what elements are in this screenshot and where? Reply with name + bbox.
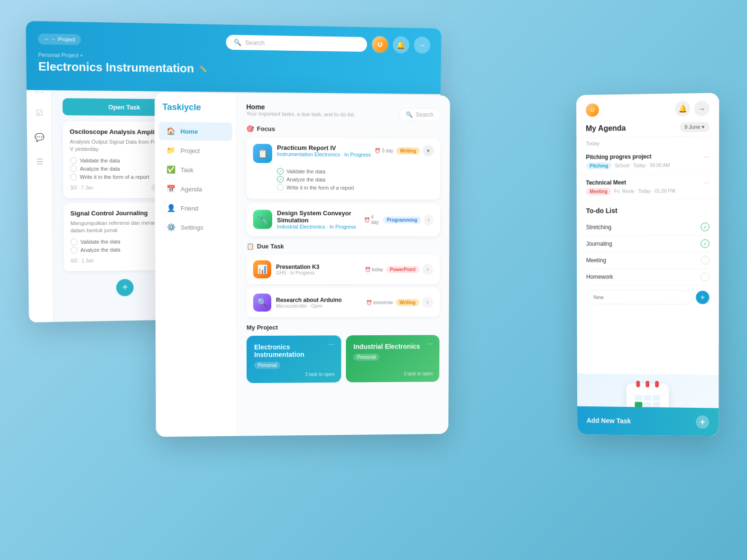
todo-item-meeting: Meeting [586,252,710,269]
sidebar-icon-chat[interactable]: 💬 [31,129,47,145]
agenda-time2: Fri. Rexle · Today · 01.00 PM [614,188,675,194]
todo-checkbox[interactable]: ✓ [701,239,709,248]
avatar-icon[interactable]: U [371,36,388,53]
nav-item-friend[interactable]: 👤 Friend [159,199,232,218]
edit-title-icon[interactable]: ✏️ [199,65,207,73]
check-empty [277,184,284,191]
todo-title: To-do List [586,206,710,214]
card-dots-icon[interactable]: ··· [328,340,334,349]
sidebar-icon-settings[interactable]: ☰ [31,154,47,169]
search-icon: 🔍 [406,111,413,118]
todo-checkbox[interactable] [701,273,709,281]
todo-add-input[interactable] [586,290,692,305]
cal-ring [646,381,649,387]
nav-settings-label: Settings [181,224,203,231]
card-meta: 3/3 · 7 Jan [70,185,93,190]
cal-cell [644,395,651,401]
check-text: Validate the data [80,239,120,245]
date-badge[interactable]: 9 June ▾ [680,122,710,132]
focus-card-practicum: 📋 Practicum Report IV Instrumentation El… [246,137,440,200]
todo-item-homework: Homework [586,269,710,285]
notification-icon[interactable]: 🔔 [393,36,409,53]
home-dashboard-panel: Taskiycle 🏠 Home 📁 Project ✅ Task 📅 Agen… [155,92,450,437]
search-icon: 🔍 [234,38,241,46]
project-card-industrial[interactable]: ··· Industrial Electronics Personal 3 ta… [346,335,439,382]
mid-main-content: Home Your important tasks, a due task, a… [237,93,450,436]
arrow-btn[interactable]: › [424,214,433,226]
due-icon-orange: 📊 [253,260,271,278]
due2-time-text: tomorrow [373,300,393,305]
check-circle [71,239,78,245]
agenda-dots[interactable]: ··· [704,153,710,160]
nav-item-home[interactable]: 🏠 Home [158,122,232,141]
due-row-arduino: 🔍 Research about Arduino Microcontroller… [247,288,440,318]
nav-item-settings[interactable]: ⚙️ Settings [159,218,232,237]
search-text: Search [415,111,433,118]
due-title: 📋 Due Task [247,243,440,250]
page-subtitle: Your important tasks, a due task, and to… [246,110,355,117]
badge-meeting: Meeting [586,188,611,195]
project-title: Electronics Instrumentation ✏️ [38,60,430,78]
card-meta: 0/2 · 1 Jan [71,258,93,264]
check-label: Write it in the form of a report [286,184,354,191]
due2-time: ⏰ tomorrow [366,300,393,305]
check-item: ✓ Analyze the data [277,176,434,184]
nav-home-icon: 🏠 [166,127,175,135]
due-row-presentation: 📊 Presentation K3 GHS · In Progress ⏰ to… [247,255,440,284]
nav-item-agenda[interactable]: 📅 Agenda [159,180,232,198]
due-task2-title: Research about Arduino [276,296,342,303]
nav-item-project[interactable]: 📁 Project [159,141,233,160]
nav-agenda-icon: 📅 [166,184,175,193]
agenda-badges: Meeting Fri. Rexle · Today · 01.00 PM [586,187,709,195]
back-to-project-btn[interactable]: ← ← Project [38,34,81,45]
due-time: ⏰ today [365,266,383,272]
nav-task-label: Task [181,166,194,173]
todo-add-row: + [586,290,709,305]
check-item: Write it in the form of a report [277,184,434,192]
badge-pitching: Pitching [586,162,612,170]
right-logout-icon[interactable]: → [694,101,709,116]
todo-add-button[interactable]: + [696,291,709,304]
add-new-task-button[interactable]: Add New Task + [577,406,719,437]
col-open-label: Open Task [108,103,140,111]
right-bell-icon[interactable]: 🔔 [675,101,690,117]
mid-sidebar: Taskiycle 🏠 Home 📁 Project ✅ Task 📅 Agen… [155,92,237,437]
agenda-dots[interactable]: ··· [704,179,710,186]
todo-text: Meeting [586,257,606,264]
focus-card-icon-green: 🔧 [253,210,272,229]
project-card-electronics[interactable]: ··· Electronics Instrumentation Personal… [247,335,341,383]
project-header: ← ← Project 🔍 Search U 🔔 → Personal Proj… [26,21,441,94]
nav-item-task[interactable]: ✅ Task [159,160,232,179]
check-label: Validate the data [286,168,325,174]
focus-time-badge: ⏰ 3 day [375,148,393,153]
cal-ring [655,381,659,387]
add-card-btn[interactable]: + [116,279,134,296]
check-text: Analyze the data [80,165,120,171]
nav-settings-icon: ⚙️ [166,223,175,231]
arrow-btn[interactable]: › [422,296,433,308]
project-card2-label: Personal [353,354,379,361]
agenda-item-title: Pitching progres project [586,153,651,160]
nav-project-label: Project [180,147,200,154]
right-header-icons: 🔔 → [675,101,710,116]
arrow-btn[interactable]: › [422,264,433,275]
expand-btn[interactable]: ▾ [423,145,434,156]
project-title-text: Electronics Instrumentation [38,60,194,75]
sidebar-icon-task[interactable]: ☑ [31,105,47,120]
due-task-title: Presentation K3 [276,263,319,270]
due2-badge: Writing [396,299,419,306]
todo-checkbox[interactable] [701,256,709,265]
nav-friend-label: Friend [181,204,198,211]
cal-cell [635,395,642,401]
agenda-item-meeting: Technical Meet ··· Meeting Fri. Rexle · … [577,174,719,200]
todo-checkbox[interactable]: ✓ [701,222,709,231]
card-dots-icon[interactable]: ··· [427,340,433,348]
right-header: U 🔔 → My Agenda 9 June ▾ [576,93,719,138]
project-card2-tasks: 3 task to open [404,371,433,376]
project-card2-title: Industrial Electronics [353,342,432,350]
right-header-top: U 🔔 → [586,101,710,118]
logout-icon[interactable]: → [414,37,430,54]
mid-search-bar[interactable]: 🔍 Search [399,108,441,121]
search-bar[interactable]: 🔍 Search [226,35,367,52]
focus-title: 🎯 Focus [246,125,440,134]
